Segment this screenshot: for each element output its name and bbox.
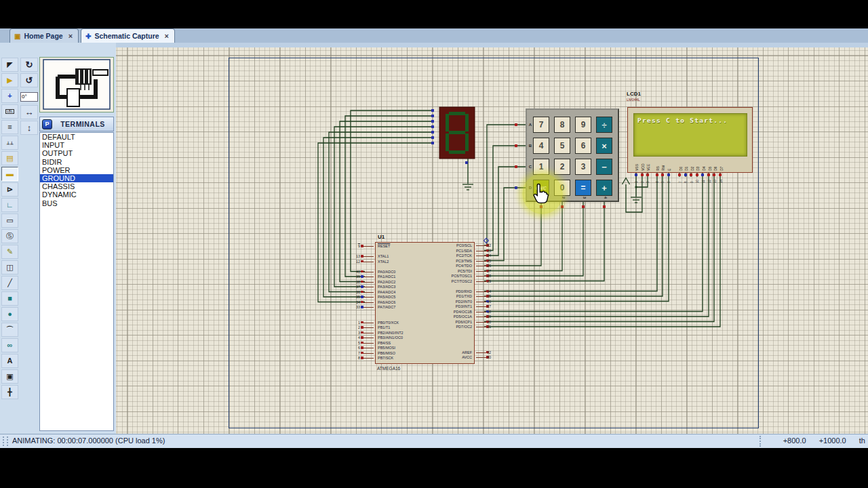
box-2d-icon[interactable]: ■ (1, 291, 18, 306)
tab-close-icon[interactable]: × (165, 32, 169, 40)
mcu-pin: PB4/SS (376, 341, 425, 346)
coordinate-y: +1000.0 (819, 436, 846, 445)
mcu-pin-number: 24 (487, 253, 499, 259)
mcu-pin (422, 284, 474, 289)
virtual-instruments-mode-icon[interactable]: ◫ (1, 260, 18, 274)
wires-layer (116, 47, 868, 434)
mcu-pin-number: 13 (348, 254, 360, 260)
mcu-pin (422, 335, 474, 340)
status-grip (3, 436, 8, 446)
wire-label-mode-icon[interactable]: LBL (1, 104, 18, 119)
schematic-grid: U1 ATMEGA16 RESETXTAL1XTAL2PA0/ADC0PA1/A… (116, 47, 868, 434)
terminals-list: DEFAULTINPUTOUTPUTBIDIRPOWERGROUNDCHASSI… (39, 132, 114, 431)
terminal-type-bidir[interactable]: BIDIR (40, 158, 113, 166)
rotation-angle-field[interactable] (20, 92, 38, 102)
mcu-pin-number: 28 (487, 274, 499, 279)
tape-recorder-mode-icon[interactable]: ▭ (1, 214, 18, 228)
keypad-button-8[interactable]: 8 (554, 117, 570, 133)
buses-mode-icon[interactable]: ⊥⊥ (1, 136, 18, 150)
terminal-type-ground[interactable]: GROUND (40, 174, 113, 182)
voltage-probe-mode-icon[interactable]: ✎ (1, 245, 18, 259)
keypad-button-3[interactable]: 3 (575, 159, 591, 175)
text-script-mode-icon[interactable]: ≡ (1, 120, 18, 134)
arc-2d-icon[interactable]: ⌒ (1, 323, 18, 337)
lcd-pin-label: D5 (707, 157, 713, 171)
terminal-type-output[interactable]: OUTPUT (40, 149, 113, 157)
terminal-type-chassis[interactable]: CHASSIS (40, 182, 113, 190)
selection-pointer-icon[interactable]: ◤ (1, 58, 18, 72)
lcd-pin-label: D7 (719, 157, 725, 171)
mcu-atmega16[interactable]: U1 ATMEGA16 RESETXTAL1XTAL2PA0/ADC0PA1/A… (375, 242, 475, 364)
symbol-2d-icon[interactable]: ▣ (1, 369, 18, 384)
mcu-pin-number: 2 (348, 325, 360, 331)
seven-segment-display[interactable] (439, 107, 475, 159)
hand-cursor-icon (531, 182, 551, 205)
mcu-pin: PA7/ADC7 (376, 305, 425, 310)
subcircuit-mode-icon[interactable]: ▤ (1, 151, 18, 165)
circle-2d-icon[interactable]: ● (1, 307, 18, 321)
mcu-pin: PB2/AIN0/INT2 (376, 331, 425, 336)
mcu-pin-number: 14 (487, 289, 499, 295)
mirror-horizontal-icon[interactable]: ↔ (20, 105, 38, 119)
keypad-button-5[interactable]: 5 (554, 138, 570, 154)
mcu-pin-number (487, 340, 499, 346)
keypad-button-minus[interactable]: − (596, 159, 612, 175)
keypad-button-2[interactable]: 2 (554, 159, 570, 175)
keypad-button-divide[interactable]: ÷ (596, 117, 612, 133)
tab-home-page[interactable]: ▣ Home Page × (9, 28, 79, 43)
lcd-pin-number: 13 (713, 176, 719, 183)
orientation-toolbar: ↻ ↺ ↔ ↕ (20, 58, 38, 136)
keypad-button-4[interactable]: 4 (533, 138, 549, 154)
mcu-pin-number: 37 (348, 285, 360, 290)
terminal-type-bus[interactable]: BUS (40, 199, 113, 207)
mirror-vertical-icon[interactable]: ↕ (20, 121, 38, 135)
keypad-button-7[interactable]: 7 (533, 117, 549, 133)
keypad-button-6[interactable]: 6 (575, 138, 591, 154)
junction-dot-mode-icon[interactable]: + (1, 89, 18, 103)
coordinate-units: th (859, 436, 865, 445)
component-mode-icon[interactable]: ▶ (1, 73, 18, 87)
line-2d-icon[interactable]: ╱ (1, 276, 18, 290)
mcu-pin-number: 7 (348, 351, 360, 357)
lcd-pin-label: D6 (713, 157, 719, 171)
text-2d-icon[interactable]: A (1, 354, 18, 368)
object-selector-header: P TERMINALS (39, 117, 114, 131)
bus-junction-marker (484, 238, 488, 243)
schematic-canvas[interactable]: U1 ATMEGA16 RESETXTAL1XTAL2PA0/ADC0PA1/A… (116, 47, 868, 434)
terminal-type-power[interactable]: POWER (40, 166, 113, 174)
mcu-pin: PD2/INT0 (422, 300, 474, 305)
device-pins-mode-icon[interactable]: ⊳ (1, 182, 18, 197)
graph-mode-icon[interactable]: ∟ (1, 198, 18, 212)
keypad-button-multiply[interactable]: × (596, 138, 612, 154)
pick-devices-button[interactable]: P (42, 119, 52, 129)
keypad-button-1[interactable]: 1 (533, 159, 549, 175)
mcu-pin: PD6/ICP1 (422, 320, 474, 325)
terminals-mode-icon[interactable]: ▬ (1, 167, 18, 181)
lcd-pin-label: D3 (695, 157, 701, 171)
tab-label: Schematic Capture (94, 32, 159, 40)
terminal-type-input[interactable]: INPUT (40, 141, 113, 149)
keypad-button-9[interactable]: 9 (575, 117, 591, 133)
generator-mode-icon[interactable]: Ⓢ (1, 229, 18, 243)
tab-close-icon[interactable]: × (68, 32, 73, 40)
tab-schematic-capture[interactable]: ✚ Schematic Capture × (81, 28, 175, 43)
rotate-anticlockwise-icon[interactable]: ↺ (20, 73, 38, 87)
mcu-pin: PA2/ADC2 (376, 280, 425, 285)
lcd-screen-text: Press C to Start... (634, 114, 747, 127)
mcu-pin-number: 30 (487, 355, 499, 361)
schematic-overview-preview[interactable] (39, 57, 114, 113)
lcd-pin-label: VEE (646, 157, 652, 171)
mcu-pin (422, 340, 474, 346)
path-2d-icon[interactable]: ∞ (1, 338, 18, 352)
rotate-clockwise-icon[interactable]: ↻ (20, 58, 38, 72)
mcu-pin-number: 25 (487, 259, 499, 264)
marker-2d-icon[interactable]: ╋ (1, 385, 18, 399)
terminal-type-dynamic[interactable]: DYNAMIC (40, 190, 113, 199)
terminal-type-default[interactable]: DEFAULT (40, 133, 113, 141)
mcu-pin-number (487, 284, 499, 289)
mcu-pin-number: 16 (487, 300, 499, 305)
mcu-pin: PD1/TXD (422, 294, 474, 300)
mcu-pin-number: 35 (348, 295, 360, 300)
lcd-lm044l[interactable]: LCD1 LM044L Press C to Start... VSSVDDVE… (627, 107, 753, 173)
mcu-pin (376, 310, 425, 316)
